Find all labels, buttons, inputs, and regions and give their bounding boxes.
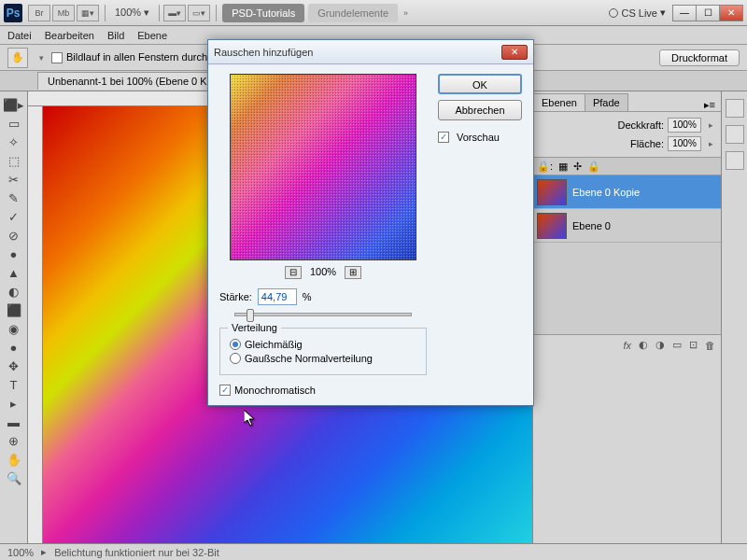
tool-crop[interactable]: ✂ — [3, 170, 25, 189]
tool-hand[interactable]: ✋ — [3, 450, 25, 469]
window-close-button[interactable]: ✕ — [719, 5, 743, 21]
tool-pen[interactable]: ✥ — [3, 357, 25, 375]
noise-preview[interactable] — [230, 74, 416, 260]
distribution-fieldset: Verteilung Gleichmäßig Gaußsche Normalve… — [219, 328, 427, 375]
workspace-tab-tutorials[interactable]: PSD-Tutorials — [222, 4, 304, 22]
zoom-level[interactable]: 100% ▾ — [115, 7, 149, 19]
maximize-button[interactable]: ☐ — [696, 5, 720, 21]
layers-list: Ebene 0 Kopie Ebene 0 — [533, 175, 721, 334]
layer-lock-row: 🔒: ▦ ✢ 🔒 — [533, 157, 721, 175]
radio-icon — [230, 339, 241, 350]
tool-gradient[interactable]: ⬛ — [3, 301, 25, 319]
ruler-vertical[interactable] — [28, 106, 43, 543]
zoom-in-button[interactable]: ⊞ — [345, 266, 361, 279]
toolbox: ⬛▸ ▭ ✧ ⬚ ✂ ✎ ✓ ⊘ ● ▲ ◐ ⬛ ◉ ● ✥ T ▸ ▬ ⊕ ✋… — [0, 91, 28, 543]
tool-type[interactable]: T — [3, 375, 25, 394]
status-hint: Belichtung funktioniert nur bei 32-Bit — [54, 547, 219, 558]
menu-bearbeiten[interactable]: Bearbeiten — [45, 30, 94, 41]
layers-tab[interactable]: Ebenen — [533, 93, 585, 111]
dock-icon-3[interactable] — [726, 151, 744, 170]
status-bar: 100% ▸ Belichtung funktioniert nur bei 3… — [0, 543, 747, 560]
newlayer-icon[interactable]: ⊡ — [689, 339, 698, 351]
app-titlebar: Ps Br Mb ▦▾ 100% ▾ ▬▾ ▭▾ PSD-Tutorials G… — [0, 0, 747, 26]
tool-move[interactable]: ⬛▸ — [3, 95, 25, 114]
layer-row-selected[interactable]: Ebene 0 Kopie — [533, 175, 721, 209]
tool-quickselect[interactable]: ⬚ — [3, 151, 25, 170]
uniform-radio[interactable]: Gleichmäßig — [230, 339, 416, 350]
app-icon: Ps — [4, 4, 22, 22]
mask-icon[interactable]: ◐ — [639, 339, 648, 351]
trash-icon[interactable]: 🗑 — [705, 340, 715, 351]
panel-menu-button[interactable]: ▸≡ — [698, 99, 721, 111]
adjustment-icon[interactable]: ◑ — [655, 339, 665, 351]
monochromatic-checkbox[interactable]: Monochromatisch — [219, 385, 427, 396]
zoom-out-button[interactable]: ⊟ — [285, 266, 302, 279]
cslive-button[interactable]: CS Live ▾ — [609, 7, 666, 19]
opacity-flyout[interactable]: ▸ — [709, 120, 713, 130]
layers-footer: fx ◐ ◑ ▭ ⊡ 🗑 — [533, 334, 721, 355]
status-zoom[interactable]: 100% — [7, 547, 34, 558]
minimize-button[interactable]: — — [672, 5, 697, 21]
tool-healing[interactable]: ✓ — [3, 207, 25, 226]
tool-dodge[interactable]: ● — [3, 338, 25, 357]
lock-pixels-icon[interactable]: ▦ — [558, 161, 568, 173]
strength-unit: % — [303, 291, 312, 302]
tool-blur[interactable]: ◉ — [3, 319, 25, 338]
layer-row[interactable]: Ebene 0 — [533, 209, 721, 243]
cancel-button[interactable]: Abbrechen — [438, 100, 522, 120]
strength-slider[interactable] — [234, 313, 412, 316]
layer-name[interactable]: Ebene 0 Kopie — [572, 187, 640, 198]
preview-checkbox[interactable]: Vorschau — [438, 132, 522, 143]
menu-ebene[interactable]: Ebene — [137, 30, 167, 41]
fill-input[interactable]: 100% — [668, 136, 701, 151]
scroll-all-checkbox[interactable]: Bildlauf in allen Fenstern durchf — [51, 51, 210, 63]
screenmode-button[interactable]: ▭▾ — [188, 5, 210, 21]
dialog-close-button[interactable]: ✕ — [501, 45, 528, 60]
checkbox-icon — [438, 132, 449, 143]
lock-position-icon[interactable]: ✢ — [573, 161, 582, 173]
gaussian-radio[interactable]: Gaußsche Normalverteilung — [230, 353, 416, 364]
workspace-more[interactable]: » — [403, 8, 408, 18]
tool-stamp[interactable]: ● — [3, 245, 25, 263]
workspace-tab-grundelemente[interactable]: Grundelemente — [308, 4, 398, 22]
viewmodes-button[interactable]: ▦▾ — [77, 5, 99, 21]
menu-bild[interactable]: Bild — [107, 30, 124, 41]
tool-brush[interactable]: ⊘ — [3, 226, 25, 245]
tool-lasso[interactable]: ✧ — [3, 133, 25, 151]
fx-icon[interactable]: fx — [623, 340, 631, 351]
document-tab[interactable]: Unbenannt-1 bei 100% (Ebene 0 K — [37, 72, 218, 90]
tool-eyedropper[interactable]: ✎ — [3, 189, 25, 207]
tool-history[interactable]: ▲ — [3, 263, 25, 282]
minibridge-button[interactable]: Mb — [52, 5, 75, 21]
print-format-button[interactable]: Druckformat — [659, 49, 740, 66]
paths-tab[interactable]: Pfade — [585, 93, 628, 111]
layer-name[interactable]: Ebene 0 — [572, 220, 611, 231]
bridge-button[interactable]: Br — [28, 5, 50, 21]
ok-button[interactable]: OK — [438, 74, 522, 94]
tool-eraser[interactable]: ◐ — [3, 282, 25, 301]
right-dock — [721, 91, 747, 543]
strength-label: Stärke: — [219, 291, 252, 302]
menu-datei[interactable]: Datei — [7, 30, 32, 41]
strength-input[interactable]: 44,79 — [258, 288, 297, 305]
lock-all-icon[interactable]: 🔒 — [587, 161, 600, 173]
slider-thumb[interactable] — [247, 309, 254, 322]
cslive-icon — [609, 8, 618, 18]
tool-3d[interactable]: ⊕ — [3, 431, 25, 450]
opacity-input[interactable]: 100% — [668, 118, 701, 133]
tool-zoom[interactable]: 🔍 — [3, 469, 25, 487]
group-icon[interactable]: ▭ — [672, 339, 682, 351]
hand-tool-icon[interactable]: ✋ — [7, 48, 28, 68]
dock-icon-2[interactable] — [726, 125, 744, 144]
radio-icon — [230, 353, 241, 364]
fill-flyout[interactable]: ▸ — [709, 139, 713, 148]
tool-path[interactable]: ▸ — [3, 394, 25, 413]
dock-icon-1[interactable] — [726, 99, 744, 118]
preview-zoom: 100% — [310, 266, 336, 277]
add-noise-dialog: Rauschen hinzufügen ✕ ⊟ 100% ⊞ Stärke: 4… — [207, 39, 534, 406]
arrange-button[interactable]: ▬▾ — [163, 5, 186, 21]
layer-thumb — [537, 179, 567, 205]
dialog-titlebar[interactable]: Rauschen hinzufügen ✕ — [208, 40, 533, 64]
tool-shape[interactable]: ▬ — [3, 413, 25, 431]
tool-marquee[interactable]: ▭ — [3, 114, 25, 133]
